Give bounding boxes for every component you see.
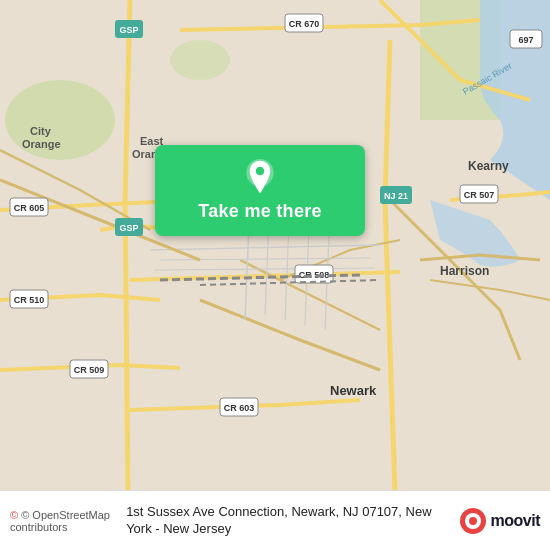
map-background: GSP CR 670 697 GSP CR 605 NJ 21 CR 508 C… xyxy=(0,0,550,490)
svg-text:City: City xyxy=(30,125,52,137)
moovit-label: moovit xyxy=(491,512,540,530)
svg-text:CR 603: CR 603 xyxy=(224,403,255,413)
svg-text:NJ 21: NJ 21 xyxy=(384,191,408,201)
moovit-logo: moovit xyxy=(459,507,540,535)
location-pin-icon xyxy=(242,159,278,195)
svg-text:GSP: GSP xyxy=(119,223,138,233)
map-container: GSP CR 670 697 GSP CR 605 NJ 21 CR 508 C… xyxy=(0,0,550,490)
svg-text:Harrison: Harrison xyxy=(440,264,489,278)
svg-text:Orange: Orange xyxy=(22,138,61,150)
svg-text:CR 670: CR 670 xyxy=(289,19,320,29)
svg-text:CR 508: CR 508 xyxy=(299,270,330,280)
moovit-icon xyxy=(459,507,487,535)
footer: © © OpenStreetMap contributors 1st Susse… xyxy=(0,490,550,550)
svg-text:CR 605: CR 605 xyxy=(14,203,45,213)
address-text: 1st Sussex Ave Connection, Newark, NJ 07… xyxy=(126,504,450,538)
osm-credit: © © OpenStreetMap contributors xyxy=(10,509,118,533)
svg-point-38 xyxy=(469,517,477,525)
svg-point-35 xyxy=(256,167,265,176)
svg-text:Newark: Newark xyxy=(330,383,377,398)
take-me-there-button[interactable]: Take me there xyxy=(155,145,365,236)
svg-text:GSP: GSP xyxy=(119,25,138,35)
svg-point-3 xyxy=(170,40,230,80)
svg-text:CR 507: CR 507 xyxy=(464,190,495,200)
svg-text:697: 697 xyxy=(518,35,533,45)
svg-text:Kearny: Kearny xyxy=(468,159,509,173)
svg-text:CR 509: CR 509 xyxy=(74,365,105,375)
button-label: Take me there xyxy=(198,201,322,222)
svg-text:CR 510: CR 510 xyxy=(14,295,45,305)
